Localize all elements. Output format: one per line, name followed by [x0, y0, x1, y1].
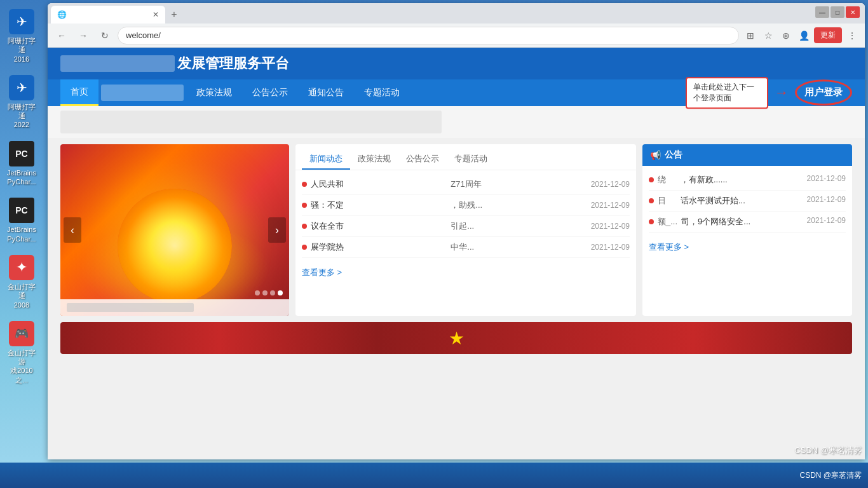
main-content: ‹ › 新闻动态 政策法规 公告公示 专题活动	[48, 138, 865, 322]
icon-label-5: 金山打字通2008	[5, 282, 38, 309]
desktop-icon-5[interactable]: ✦ 金山打字通2008	[3, 252, 41, 312]
slider-dot-4[interactable]	[278, 290, 283, 295]
tab-close-icon[interactable]: ✕	[153, 10, 159, 19]
desktop-icons-container: ✈ 阿珊打字通2016 ✈ 阿珊打字通2022 PC JetBrainsPyCh…	[0, 0, 43, 488]
news-date-2: 2021-12-09	[591, 201, 630, 210]
news-item-3[interactable]: 议在全市 引起... 2021-12-09	[302, 216, 630, 237]
announce-text-1: ，有新政......	[681, 174, 803, 186]
banner-area	[48, 106, 865, 138]
image-slider: ‹ ›	[60, 144, 289, 316]
slider-dot-2[interactable]	[262, 290, 268, 295]
login-tooltip: 单击此处进入下一个登录页面	[686, 77, 768, 109]
announce-dot-1	[649, 177, 654, 182]
game-icon: 🎮	[15, 327, 29, 341]
menu-icon[interactable]: ⋮	[844, 28, 860, 43]
announce-date-3: 2021-12-09	[807, 216, 846, 225]
address-bar[interactable]	[118, 27, 739, 44]
news-tab-activity[interactable]: 专题活动	[447, 149, 495, 170]
news-item-2[interactable]: 骚：不定 ，助残... 2021-12-09	[302, 195, 630, 216]
csdn-watermark: CSDN @寒茗清雾	[799, 471, 862, 480]
toolbar-icons: ⊞ ☆ ⊛ 👤 更新 ⋮	[743, 27, 860, 43]
news-date-3: 2021-12-09	[591, 222, 630, 231]
news-subtitle-2: ，助残...	[451, 200, 587, 211]
pycharm-icon-1: PC	[15, 149, 27, 159]
desktop-icon-4[interactable]: PC JetBrainsPyChar...	[3, 195, 41, 246]
announce-see-more[interactable]: 查看更多 >	[642, 236, 852, 258]
site-navigation: 首页 政策法规 公告公示 通知公告 专题活动 单击此处进入下一个登录页面 → 用…	[48, 79, 865, 106]
slider-caption-blur	[67, 303, 194, 312]
extensions-icon[interactable]: ⊛	[778, 28, 794, 43]
nav-item-notice[interactable]: 通知公告	[298, 79, 354, 106]
site-title-blur	[60, 55, 175, 72]
window-controls: — □ ✕	[815, 6, 860, 18]
announce-content-2: 日 话水平测试开始...	[658, 195, 803, 207]
news-tab-news[interactable]: 新闻动态	[302, 149, 350, 170]
announce-content-3: 额_... 司，9个网络安全...	[658, 216, 803, 227]
announce-text-3: 司，9个网络安全...	[681, 216, 803, 227]
slider-dot-3[interactable]	[270, 290, 275, 295]
bottom-star-icon: ★	[449, 328, 465, 349]
icon-label-1: 阿珊打字通2016	[5, 36, 38, 64]
news-title-2: 骚：不定	[311, 200, 447, 211]
bottom-banner: ★	[60, 322, 852, 354]
minimize-button[interactable]: —	[815, 6, 829, 18]
nav-item-policy[interactable]: 政策法规	[186, 79, 242, 106]
bookmark-icon[interactable]: ☆	[761, 28, 776, 43]
news-item-1[interactable]: 人民共和 Z71周年 2021-12-09	[302, 174, 630, 195]
announce-name-2: 日	[658, 195, 677, 207]
taskbar: CSDN @寒茗清雾	[0, 463, 868, 488]
new-tab-button[interactable]: +	[165, 6, 183, 24]
desktop-icon-1[interactable]: ✈ 阿珊打字通2016	[3, 6, 41, 66]
site-title: 发展管理服务平台	[177, 54, 289, 73]
close-button[interactable]: ✕	[846, 6, 860, 18]
forward-button[interactable]: →	[74, 27, 92, 44]
desktop-icon-2[interactable]: ✈ 阿珊打字通2022	[3, 72, 41, 132]
news-title-3: 议在全市	[311, 220, 447, 232]
announce-date-2: 2021-12-09	[807, 195, 846, 204]
news-subtitle-4: 中华...	[451, 241, 587, 253]
news-see-more[interactable]: 查看更多 >	[295, 262, 636, 283]
announce-name-1: 绕	[658, 174, 677, 186]
icon-label-6: 金山打字游戏2010之...	[5, 348, 38, 384]
announce-list: 绕 ，有新政...... 2021-12-09 日 话水平测试开始... 202…	[642, 166, 852, 236]
plane-icon-2: ✈	[17, 80, 27, 95]
desktop-icon-3[interactable]: PC JetBrainsPyChar...	[3, 139, 41, 189]
login-button[interactable]: 用户登录	[795, 80, 852, 106]
site-header: 发展管理服务平台	[48, 48, 865, 79]
update-button[interactable]: 更新	[814, 27, 842, 43]
news-item-4[interactable]: 展学院热 中华... 2021-12-09	[302, 237, 630, 258]
translate-icon[interactable]: ⊞	[743, 28, 758, 43]
nav-item-activity[interactable]: 专题活动	[354, 79, 410, 106]
announce-dot-2	[649, 198, 654, 203]
login-annotation: 单击此处进入下一个登录页面 → 用户登录	[686, 77, 852, 109]
nav-item-home[interactable]: 首页	[60, 79, 98, 106]
news-subtitle-3: 引起...	[451, 220, 587, 232]
maximize-button[interactable]: □	[831, 6, 844, 18]
news-tabs: 新闻动态 政策法规 公告公示 专题活动	[295, 144, 636, 170]
slider-caption	[60, 299, 289, 316]
nav-item-announce[interactable]: 公告公示	[242, 79, 298, 106]
announcement-panel: 📢 公告 绕 ，有新政...... 2021-12-09	[642, 144, 852, 316]
login-tooltip-text: 单击此处进入下一个登录页面	[693, 83, 754, 102]
refresh-button[interactable]: ↻	[96, 27, 114, 44]
megaphone-icon: 📢	[650, 150, 661, 160]
announce-header: 📢 公告	[642, 144, 852, 166]
news-date-1: 2021-12-09	[591, 180, 630, 189]
announce-item-1[interactable]: 绕 ，有新政...... 2021-12-09	[649, 170, 846, 191]
tab-favicon: 🌐	[57, 10, 67, 19]
news-tab-announce[interactable]: 公告公示	[398, 149, 447, 170]
slider-prev-button[interactable]: ‹	[64, 217, 81, 243]
nav-search-blur[interactable]	[101, 85, 184, 101]
announce-item-3[interactable]: 额_... 司，9个网络安全... 2021-12-09	[649, 212, 846, 233]
slider-next-button[interactable]: ›	[268, 217, 286, 243]
browser-tab-active[interactable]: 🌐 ✕	[51, 6, 165, 24]
news-tab-policy[interactable]: 政策法规	[350, 149, 398, 170]
announce-item-2[interactable]: 日 话水平测试开始... 2021-12-09	[649, 191, 846, 212]
profile-icon[interactable]: 👤	[796, 28, 811, 43]
webpage-content: 发展管理服务平台 首页 政策法规 公告公示 通知公告 专题活动 单击此处进入下一…	[48, 48, 865, 459]
news-panel: 新闻动态 政策法规 公告公示 专题活动 人民共和 Z71周年 2021-12-0…	[295, 144, 636, 316]
slider-dot-1[interactable]	[255, 290, 260, 295]
desktop-icon-6[interactable]: 🎮 金山打字游戏2010之...	[3, 318, 41, 387]
back-button[interactable]: ←	[53, 27, 71, 44]
news-title-1: 人民共和	[311, 179, 447, 190]
